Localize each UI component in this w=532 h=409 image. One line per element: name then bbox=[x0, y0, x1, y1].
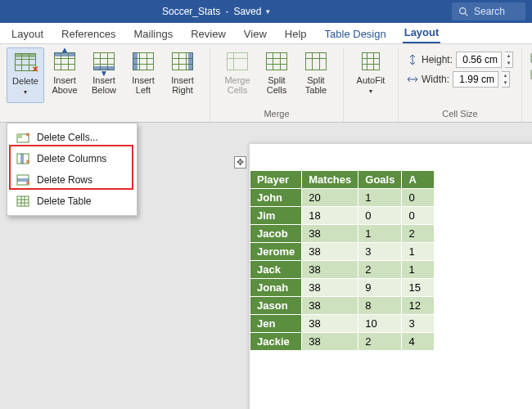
cell-goals[interactable]: 2 bbox=[358, 333, 402, 351]
header-assists[interactable]: A bbox=[402, 171, 435, 189]
header-matches[interactable]: Matches bbox=[302, 171, 358, 189]
delete-table-icon bbox=[16, 195, 30, 208]
tab-view[interactable]: View bbox=[242, 25, 268, 43]
cell-matches[interactable]: 38 bbox=[302, 243, 358, 261]
cell-player[interactable]: Jen bbox=[250, 315, 302, 333]
cell-assists[interactable]: 4 bbox=[402, 333, 435, 351]
height-input[interactable]: 0.56 cm bbox=[456, 52, 502, 68]
width-input[interactable]: 1.99 cm bbox=[453, 71, 498, 88]
table-row[interactable]: Jason38812 bbox=[250, 297, 435, 315]
cell-player[interactable]: Jonah bbox=[250, 279, 302, 297]
cell-assists[interactable]: 1 bbox=[402, 243, 435, 261]
table-row[interactable]: Jacob3812 bbox=[250, 225, 435, 243]
cell-assists[interactable]: 12 bbox=[402, 297, 435, 315]
cell-player[interactable]: Jim bbox=[250, 207, 302, 225]
cell-assists[interactable]: 1 bbox=[402, 261, 435, 279]
tab-mailings[interactable]: Mailings bbox=[133, 25, 175, 43]
table-row[interactable]: Jackie3824 bbox=[250, 333, 435, 351]
delete-columns-icon: ✕ bbox=[16, 152, 30, 165]
table-move-handle-icon[interactable]: ✥ bbox=[234, 156, 246, 169]
cell-player[interactable]: John bbox=[250, 189, 302, 207]
cell-goals[interactable]: 1 bbox=[358, 189, 402, 207]
cell-matches[interactable]: 38 bbox=[302, 225, 358, 243]
cell-player[interactable]: Jackie bbox=[250, 333, 302, 351]
cell-player[interactable]: Jack bbox=[250, 261, 302, 279]
table-row[interactable]: John2010 bbox=[250, 189, 435, 207]
split-cells-icon bbox=[264, 49, 289, 74]
delete-dropdown-menu: ✕ Delete Cells... ✕ Delete Columns ✕ Del… bbox=[7, 123, 138, 216]
cell-goals[interactable]: 0 bbox=[358, 207, 402, 225]
svg-rect-19 bbox=[17, 196, 29, 206]
tab-references[interactable]: References bbox=[60, 25, 117, 43]
cell-goals[interactable]: 1 bbox=[358, 225, 402, 243]
cell-assists[interactable]: 2 bbox=[402, 225, 435, 243]
cell-matches[interactable]: 38 bbox=[302, 297, 358, 315]
delete-rows-icon: ✕ bbox=[16, 173, 30, 187]
cell-assists[interactable]: 0 bbox=[402, 207, 435, 225]
cell-goals[interactable]: 2 bbox=[358, 261, 402, 279]
svg-point-0 bbox=[460, 7, 466, 13]
cell-assists[interactable]: 15 bbox=[402, 279, 435, 297]
tab-table-layout[interactable]: Layout bbox=[403, 23, 441, 43]
svg-text:✕: ✕ bbox=[25, 159, 29, 164]
svg-line-1 bbox=[465, 13, 467, 16]
menu-delete-rows[interactable]: ✕ Delete Rows bbox=[9, 169, 135, 191]
cell-assists[interactable]: 0 bbox=[402, 189, 435, 207]
grid-insert-below-icon: ▼ bbox=[92, 49, 116, 74]
menu-delete-columns[interactable]: ✕ Delete Columns bbox=[9, 148, 135, 169]
header-goals[interactable]: Goals bbox=[358, 171, 402, 189]
insert-left-button[interactable]: Insert Left bbox=[124, 47, 162, 103]
split-cells-button[interactable]: Split Cells bbox=[258, 47, 295, 103]
grid-insert-right-icon bbox=[170, 49, 195, 74]
cell-matches[interactable]: 38 bbox=[302, 279, 358, 297]
table-row[interactable]: Jack3821 bbox=[250, 261, 435, 279]
insert-below-button[interactable]: ▼ Insert Below bbox=[85, 47, 123, 103]
width-row: Width: 1.99 cm ▲▼ bbox=[407, 70, 513, 88]
search-box[interactable]: Search bbox=[452, 2, 525, 20]
svg-text:✕: ✕ bbox=[25, 180, 29, 186]
split-table-button[interactable]: Split Table bbox=[297, 47, 335, 103]
cell-matches[interactable]: 38 bbox=[302, 333, 358, 351]
autofit-button[interactable]: AutoFit▾ bbox=[352, 47, 390, 103]
width-label: Width: bbox=[422, 74, 449, 85]
table-row[interactable]: Jerome3831 bbox=[250, 243, 435, 261]
cell-goals[interactable]: 10 bbox=[358, 315, 402, 333]
merge-cells-button: Merge Cells bbox=[219, 47, 256, 103]
cell-assists[interactable]: 3 bbox=[402, 315, 435, 333]
tab-layout[interactable]: Layout bbox=[10, 25, 45, 43]
cell-goals[interactable]: 8 bbox=[358, 297, 402, 315]
merge-cells-icon bbox=[225, 49, 250, 74]
grid-delete-icon: ✕ bbox=[13, 50, 38, 74]
tab-help[interactable]: Help bbox=[283, 25, 309, 43]
menu-delete-table[interactable]: Delete Table bbox=[9, 191, 135, 212]
table-row[interactable]: Jim1800 bbox=[250, 207, 435, 225]
insert-right-button[interactable]: Insert Right bbox=[164, 47, 201, 103]
table-row[interactable]: Jonah38915 bbox=[250, 279, 435, 297]
width-icon bbox=[407, 74, 418, 85]
soccer-stats-table[interactable]: Player Matches Goals A John2010Jim1800Ja… bbox=[250, 170, 435, 351]
cell-matches[interactable]: 18 bbox=[302, 207, 358, 225]
chevron-down-icon[interactable]: ▾ bbox=[266, 7, 270, 16]
cell-goals[interactable]: 9 bbox=[358, 279, 402, 297]
height-spinner[interactable]: ▲▼ bbox=[505, 52, 513, 68]
cell-player[interactable]: Jacob bbox=[250, 225, 302, 243]
svg-rect-11 bbox=[17, 134, 22, 138]
menu-delete-cells[interactable]: ✕ Delete Cells... bbox=[9, 127, 135, 148]
cell-player[interactable]: Jason bbox=[250, 297, 302, 315]
table-row[interactable]: Jen38103 bbox=[250, 315, 435, 333]
save-status: Saved bbox=[233, 6, 261, 17]
height-icon bbox=[407, 54, 418, 65]
cell-matches[interactable]: 38 bbox=[302, 261, 358, 279]
cell-matches[interactable]: 20 bbox=[302, 189, 358, 207]
cell-player[interactable]: Jerome bbox=[250, 243, 302, 261]
cell-goals[interactable]: 3 bbox=[358, 243, 402, 261]
tab-table-design[interactable]: Table Design bbox=[323, 25, 388, 43]
delete-button[interactable]: ✕ Delete▾ bbox=[7, 47, 44, 103]
insert-above-button[interactable]: ▲ Insert Above bbox=[46, 47, 83, 103]
title-bar: Soccer_Stats - Saved ▾ Search bbox=[0, 0, 532, 23]
merge-group-label: Merge bbox=[219, 107, 335, 120]
header-player[interactable]: Player bbox=[250, 171, 302, 189]
width-spinner[interactable]: ▲▼ bbox=[502, 71, 510, 88]
tab-review[interactable]: Review bbox=[189, 25, 228, 43]
cell-matches[interactable]: 38 bbox=[302, 315, 358, 333]
